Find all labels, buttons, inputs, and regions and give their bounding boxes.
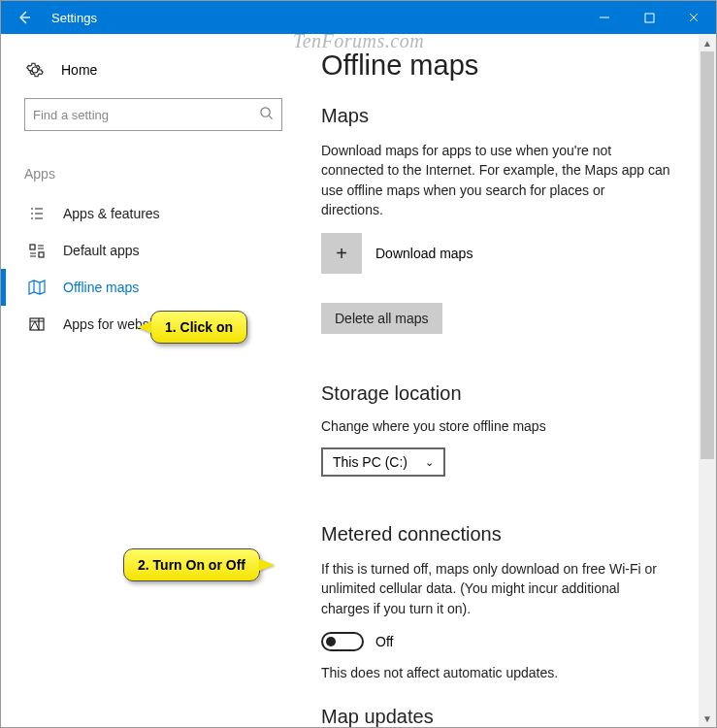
section-maps-desc: Download maps for apps to use when you'r… — [321, 141, 670, 219]
scroll-down-icon[interactable]: ▼ — [699, 710, 716, 727]
map-icon — [28, 279, 46, 296]
home-link[interactable]: Home — [24, 55, 273, 96]
close-button[interactable] — [671, 1, 716, 34]
scroll-track[interactable] — [699, 51, 716, 710]
section-metered-desc: If this is turned off, maps only downloa… — [321, 559, 670, 618]
dropdown-value: This PC (C:) — [333, 454, 407, 470]
section-updates-heading: Map updates — [321, 706, 697, 727]
arrow-left-icon — [16, 9, 33, 26]
sidebar-item-offline-maps[interactable]: Offline maps — [24, 269, 273, 306]
callout-1: 1. Click on — [150, 311, 247, 344]
sidebar-item-default-apps[interactable]: Default apps — [24, 232, 273, 269]
defaults-icon — [28, 242, 46, 259]
page-title: Offline maps — [321, 50, 697, 82]
sidebar-item-label: Default apps — [63, 243, 140, 258]
plus-icon: + — [336, 243, 347, 265]
category-label: Apps — [24, 166, 273, 182]
metered-toggle[interactable] — [321, 632, 364, 651]
title-bar: Settings — [1, 1, 716, 34]
section-metered-heading: Metered connections — [321, 523, 697, 546]
svg-rect-3 — [39, 252, 44, 257]
section-maps-heading: Maps — [321, 105, 697, 127]
main-content: Offline maps Maps Download maps for apps… — [292, 34, 716, 727]
sidebar-item-label: Offline maps — [63, 280, 139, 295]
chevron-down-icon: ⌄ — [425, 456, 434, 469]
scroll-thumb[interactable] — [701, 51, 714, 459]
scrollbar[interactable]: ▲ ▼ — [699, 34, 716, 727]
search-placeholder: Find a setting — [33, 108, 259, 122]
metered-toggle-label: Off — [375, 634, 393, 649]
sidebar-item-apps-features[interactable]: Apps & features — [24, 195, 273, 232]
svg-rect-2 — [30, 245, 35, 249]
list-icon — [28, 205, 46, 222]
window-title: Settings — [48, 11, 97, 25]
back-button[interactable] — [1, 1, 48, 34]
svg-rect-0 — [645, 14, 654, 22]
home-label: Home — [61, 62, 97, 78]
delete-all-maps-button[interactable]: Delete all maps — [321, 303, 442, 334]
callout-2: 2. Turn On or Off — [123, 548, 260, 581]
section-storage-heading: Storage location — [321, 382, 697, 405]
svg-point-1 — [261, 108, 270, 116]
svg-rect-4 — [30, 318, 44, 330]
download-maps-button[interactable]: + — [321, 233, 362, 274]
sidebar-item-label: Apps & features — [63, 206, 160, 221]
settings-window: Settings TenForums.com Home Find a setti… — [1, 1, 716, 727]
search-icon — [259, 106, 274, 123]
download-maps-label: Download maps — [375, 246, 473, 261]
scroll-up-icon[interactable]: ▲ — [699, 34, 716, 51]
sidebar: Home Find a setting Apps Apps & features — [1, 34, 292, 727]
section-storage-desc: Change where you store offline maps — [321, 418, 697, 434]
gear-icon — [26, 61, 44, 79]
search-input[interactable]: Find a setting — [24, 98, 282, 131]
metered-note: This does not affect automatic updates. — [321, 665, 697, 680]
storage-location-dropdown[interactable]: This PC (C:) ⌄ — [321, 447, 445, 477]
websites-icon — [28, 315, 46, 333]
maximize-button[interactable] — [627, 1, 671, 34]
minimize-button[interactable] — [582, 1, 627, 34]
